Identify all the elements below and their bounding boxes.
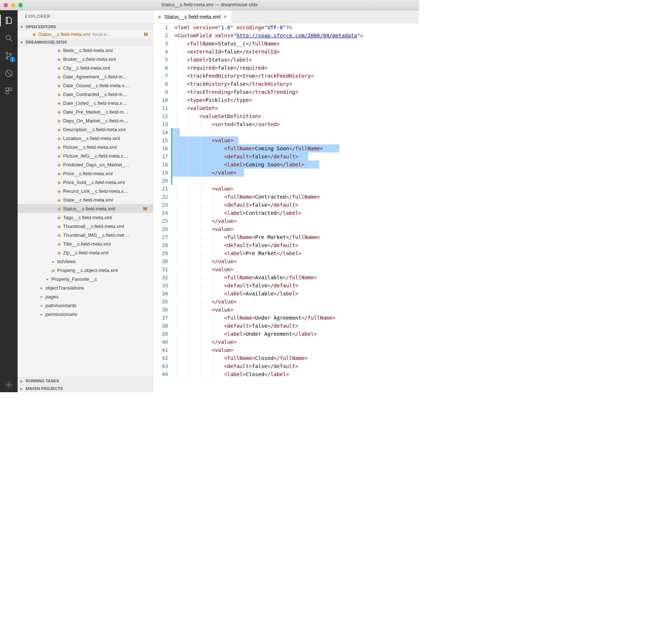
file-item[interactable]: ◈Location__c.field-meta.xml <box>18 134 153 143</box>
code-line[interactable]: │ │ │ │ <label>Pre Market</label> <box>175 249 419 257</box>
debug-activity[interactable] <box>1 66 16 81</box>
code-line[interactable]: │ │ │ │ <fullName>Contracted</fullName> <box>175 193 419 201</box>
code-line[interactable]: │ │ │ │ <default>false</default> <box>175 201 419 209</box>
explorer-activity[interactable] <box>1 13 16 28</box>
code-line[interactable]: │ │ │ │ <label>Available</label> <box>175 290 419 298</box>
code-content[interactable]: <?xml version="1.0" encoding="UTF-8"?><C… <box>172 23 419 392</box>
line-number: 24 <box>153 209 168 217</box>
code-line[interactable]: │ <valueSet> <box>175 104 419 112</box>
code-line[interactable]: │ │ │ │ <fullName>Under Agreement</fullN… <box>175 314 419 322</box>
workspace-section[interactable]: ▾ DREAMHOUSE-SFDX <box>18 38 153 46</box>
file-item[interactable]: ◈Property__c.object-meta.xml <box>18 266 153 275</box>
file-item[interactable]: ◈Thumbnail__c.field-meta.xml <box>18 222 153 231</box>
code-line[interactable]: <CustomField xmlns="http://soap.sforce.c… <box>175 32 419 40</box>
code-line[interactable]: │ │ │ <value> <box>175 136 419 144</box>
extensions-activity[interactable] <box>1 84 16 98</box>
code-line[interactable]: │ <label>Status</label> <box>175 56 419 64</box>
code-line[interactable]: │ │ │ │ <default>false</default> <box>175 152 419 161</box>
minimize-window-button[interactable] <box>11 3 15 7</box>
code-line[interactable]: │ │ │ </value> <box>175 257 419 265</box>
line-number: 2 <box>153 32 168 40</box>
code-line[interactable]: │ │ │ <value> <box>175 346 419 354</box>
code-line[interactable]: │ <trackHistory>false</trackHistory> <box>175 80 419 88</box>
file-item[interactable]: ◈Tags__c.field-meta.xml <box>18 213 153 222</box>
file-item[interactable]: ◈Price__c.field-meta.xml <box>18 169 153 178</box>
file-item[interactable]: ◈Date_Listed__c.field-meta.x… <box>18 99 153 107</box>
file-item[interactable]: ◈Picture__c.field-meta.xml <box>18 143 153 151</box>
close-tab-icon[interactable]: × <box>223 14 227 20</box>
file-item[interactable]: ◈Description__c.field-meta.xml <box>18 125 153 134</box>
file-item[interactable]: ◈Zip__c.field-meta.xml <box>18 248 153 257</box>
code-line[interactable]: │ │ │ │ <label>Closed</label> <box>175 370 419 378</box>
code-line[interactable]: │ │ │ </value> <box>175 298 419 306</box>
editor-tab[interactable]: ◈ Status__c.field-meta.xml × <box>153 10 232 23</box>
code-line[interactable]: │ │ │ <value> <box>175 185 419 193</box>
file-item[interactable]: ◈Title__c.field-meta.xml <box>18 239 153 248</box>
code-line[interactable]: │ │ │ </value> <box>175 169 419 177</box>
file-item[interactable]: ◈Price_Sold__c.field-meta.xml <box>18 178 153 187</box>
file-item[interactable]: ◈Predicted_Days_on_Market_… <box>18 160 153 169</box>
code-line[interactable] <box>175 128 419 136</box>
close-window-button[interactable] <box>4 3 8 7</box>
code-area[interactable]: 1234567891011121314151617181920212223242… <box>153 23 419 392</box>
code-line[interactable]: │ │ │ │ <fullName>Closed</fullName> <box>175 354 419 362</box>
code-line[interactable]: │ │ <valueSetDefinition> <box>175 112 419 120</box>
file-item[interactable]: ◈Date_Agreement__c.field-m… <box>18 72 153 81</box>
code-line[interactable]: │ │ │ │ <label>Contracted</label> <box>175 209 419 217</box>
code-line[interactable]: │ │ │ │ <default>false</default> <box>175 241 419 249</box>
scm-activity[interactable]: 1 <box>1 48 16 63</box>
file-item[interactable]: ◈Status__c.field-meta.xmlM <box>18 204 153 213</box>
code-line[interactable]: │ │ │ <sorted>false</sorted> <box>175 120 419 128</box>
line-number: 30 <box>153 257 168 265</box>
folder-item[interactable]: ▸objectTranslations <box>18 283 153 292</box>
code-line[interactable]: │ │ │ │ <label>Coming Soon</label> <box>175 161 419 169</box>
folder-item[interactable]: ▸Property_Favorite__c <box>18 275 153 283</box>
code-line[interactable]: │ <required>false</required> <box>175 64 419 72</box>
code-line[interactable]: │ │ │ </value> <box>175 338 419 346</box>
file-item[interactable]: ◈Broker__c.field-meta.xml <box>18 55 153 63</box>
code-line[interactable]: <?xml version="1.0" encoding="UTF-8"?> <box>175 23 419 32</box>
code-line[interactable]: │ │ │ │ <fullName>Available</fullName> <box>175 273 419 282</box>
code-line[interactable]: │ │ │ <value> <box>175 265 419 273</box>
code-line[interactable]: │ <type>Picklist</type> <box>175 96 419 104</box>
file-item[interactable]: ◈City__c.field-meta.xml <box>18 63 153 72</box>
file-tree[interactable]: ◈Beds__c.field-meta.xml◈Broker__c.field-… <box>18 46 153 377</box>
collapsed-section[interactable]: ▸MAVEN PROJECTS <box>18 385 153 392</box>
open-editor-item[interactable]: ◈Status__c.field-meta.xml force-a…M <box>18 30 153 38</box>
code-line[interactable]: │ │ │ │ <fullName>Pre Market</fullName> <box>175 233 419 241</box>
code-line[interactable]: │ │ │ │ <default>false</default> <box>175 322 419 330</box>
file-item[interactable]: ◈State__c.field-meta.xml <box>18 195 153 204</box>
code-line[interactable]: │ <externalId>false</externalId> <box>175 48 419 56</box>
file-item[interactable]: ◈Record_Link__c.field-meta.x… <box>18 187 153 195</box>
file-item[interactable]: ◈Thumbnail_IMG__c.field-met… <box>18 231 153 239</box>
chevron-right-icon: ▸ <box>40 286 43 290</box>
folder-item[interactable]: ▸pathAssistants <box>18 301 153 310</box>
settings-activity[interactable] <box>1 378 16 392</box>
file-item[interactable]: ◈Date_Contracted__c.field-m… <box>18 90 153 99</box>
folder-item[interactable]: ▸permissionsets <box>18 310 153 319</box>
code-line[interactable]: │ │ │ <value> <box>175 225 419 233</box>
code-line[interactable]: │ │ │ │ <default>false</default> <box>175 282 419 290</box>
titlebar[interactable]: Status__c.field-meta.xml — dreamhouse-sf… <box>0 0 419 10</box>
folder-item[interactable]: ▸pages <box>18 292 153 301</box>
file-item[interactable]: ◈Picture_IMG__c.field-meta.x… <box>18 151 153 160</box>
zoom-window-button[interactable] <box>18 3 23 7</box>
file-item[interactable]: ◈Days_On_Market__c.field-m… <box>18 116 153 125</box>
code-line[interactable]: │ <trackFeedHistory>true</trackFeedHisto… <box>175 72 419 80</box>
file-item[interactable]: ◈Beds__c.field-meta.xml <box>18 46 153 55</box>
search-activity[interactable] <box>1 31 16 45</box>
code-line[interactable]: │ <fullName>Status__c</fullName> <box>175 40 419 48</box>
code-line[interactable]: │ <trackTrending>false</trackTrending> <box>175 88 419 96</box>
code-line[interactable]: │ │ │ <value> <box>175 306 419 314</box>
code-line[interactable]: │ │ │ │ <default>false</default> <box>175 362 419 370</box>
file-item[interactable]: ◈Date_Closed__c.field-meta.x… <box>18 81 153 90</box>
code-line[interactable] <box>175 177 419 185</box>
tab-bar[interactable]: ◈ Status__c.field-meta.xml × <box>153 10 419 23</box>
code-line[interactable]: │ │ │ │ <fullName>Coming Soon</fullName> <box>175 144 419 152</box>
folder-item[interactable]: ▸listViews <box>18 257 153 266</box>
code-line[interactable]: │ │ │ </value> <box>175 217 419 225</box>
collapsed-section[interactable]: ▸RUNNING TASKS <box>18 377 153 385</box>
code-line[interactable]: │ │ │ │ <label>Under Agreement</label> <box>175 330 419 338</box>
open-editors-section[interactable]: ▾ OPEN EDITORS <box>18 23 153 30</box>
file-item[interactable]: ◈Date_Pre_Market__c.field-m… <box>18 107 153 116</box>
